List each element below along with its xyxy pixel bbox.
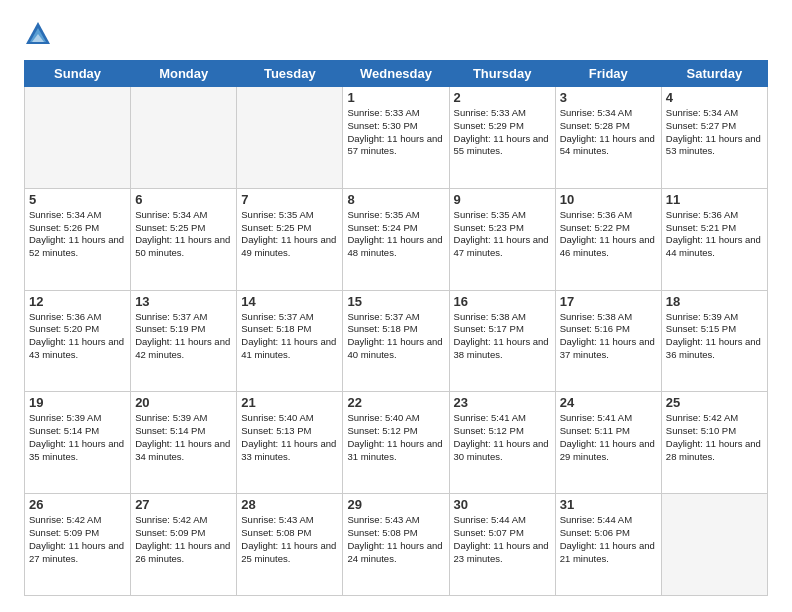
calendar-cell: 15Sunrise: 5:37 AM Sunset: 5:18 PM Dayli… xyxy=(343,290,449,392)
cell-info: Sunrise: 5:33 AM Sunset: 5:30 PM Dayligh… xyxy=(347,107,444,158)
day-number: 25 xyxy=(666,395,763,410)
calendar-cell: 25Sunrise: 5:42 AM Sunset: 5:10 PM Dayli… xyxy=(661,392,767,494)
calendar-cell: 24Sunrise: 5:41 AM Sunset: 5:11 PM Dayli… xyxy=(555,392,661,494)
day-number: 7 xyxy=(241,192,338,207)
calendar-cell: 30Sunrise: 5:44 AM Sunset: 5:07 PM Dayli… xyxy=(449,494,555,596)
day-number: 22 xyxy=(347,395,444,410)
calendar-cell: 6Sunrise: 5:34 AM Sunset: 5:25 PM Daylig… xyxy=(131,188,237,290)
week-row-5: 26Sunrise: 5:42 AM Sunset: 5:09 PM Dayli… xyxy=(25,494,768,596)
cell-info: Sunrise: 5:39 AM Sunset: 5:14 PM Dayligh… xyxy=(135,412,232,463)
day-header-sunday: Sunday xyxy=(25,61,131,87)
calendar-cell: 21Sunrise: 5:40 AM Sunset: 5:13 PM Dayli… xyxy=(237,392,343,494)
calendar-cell: 5Sunrise: 5:34 AM Sunset: 5:26 PM Daylig… xyxy=(25,188,131,290)
calendar-table: SundayMondayTuesdayWednesdayThursdayFrid… xyxy=(24,60,768,596)
cell-info: Sunrise: 5:43 AM Sunset: 5:08 PM Dayligh… xyxy=(241,514,338,565)
cell-info: Sunrise: 5:34 AM Sunset: 5:25 PM Dayligh… xyxy=(135,209,232,260)
calendar-cell xyxy=(237,87,343,189)
page: SundayMondayTuesdayWednesdayThursdayFrid… xyxy=(0,0,792,612)
week-row-1: 1Sunrise: 5:33 AM Sunset: 5:30 PM Daylig… xyxy=(25,87,768,189)
day-number: 9 xyxy=(454,192,551,207)
day-number: 18 xyxy=(666,294,763,309)
cell-info: Sunrise: 5:42 AM Sunset: 5:10 PM Dayligh… xyxy=(666,412,763,463)
calendar-cell: 22Sunrise: 5:40 AM Sunset: 5:12 PM Dayli… xyxy=(343,392,449,494)
day-number: 21 xyxy=(241,395,338,410)
week-row-4: 19Sunrise: 5:39 AM Sunset: 5:14 PM Dayli… xyxy=(25,392,768,494)
cell-info: Sunrise: 5:44 AM Sunset: 5:06 PM Dayligh… xyxy=(560,514,657,565)
day-header-saturday: Saturday xyxy=(661,61,767,87)
calendar-cell: 2Sunrise: 5:33 AM Sunset: 5:29 PM Daylig… xyxy=(449,87,555,189)
logo xyxy=(24,20,56,48)
cell-info: Sunrise: 5:44 AM Sunset: 5:07 PM Dayligh… xyxy=(454,514,551,565)
week-row-2: 5Sunrise: 5:34 AM Sunset: 5:26 PM Daylig… xyxy=(25,188,768,290)
day-number: 4 xyxy=(666,90,763,105)
cell-info: Sunrise: 5:38 AM Sunset: 5:17 PM Dayligh… xyxy=(454,311,551,362)
day-number: 26 xyxy=(29,497,126,512)
calendar-cell: 9Sunrise: 5:35 AM Sunset: 5:23 PM Daylig… xyxy=(449,188,555,290)
cell-info: Sunrise: 5:36 AM Sunset: 5:22 PM Dayligh… xyxy=(560,209,657,260)
day-number: 6 xyxy=(135,192,232,207)
cell-info: Sunrise: 5:34 AM Sunset: 5:26 PM Dayligh… xyxy=(29,209,126,260)
header xyxy=(24,20,768,48)
day-number: 20 xyxy=(135,395,232,410)
calendar-cell: 19Sunrise: 5:39 AM Sunset: 5:14 PM Dayli… xyxy=(25,392,131,494)
day-number: 23 xyxy=(454,395,551,410)
day-number: 16 xyxy=(454,294,551,309)
day-number: 8 xyxy=(347,192,444,207)
day-number: 11 xyxy=(666,192,763,207)
day-header-wednesday: Wednesday xyxy=(343,61,449,87)
calendar-cell: 18Sunrise: 5:39 AM Sunset: 5:15 PM Dayli… xyxy=(661,290,767,392)
day-number: 3 xyxy=(560,90,657,105)
calendar-cell: 14Sunrise: 5:37 AM Sunset: 5:18 PM Dayli… xyxy=(237,290,343,392)
day-number: 27 xyxy=(135,497,232,512)
calendar-cell: 28Sunrise: 5:43 AM Sunset: 5:08 PM Dayli… xyxy=(237,494,343,596)
calendar-cell: 11Sunrise: 5:36 AM Sunset: 5:21 PM Dayli… xyxy=(661,188,767,290)
calendar-cell: 12Sunrise: 5:36 AM Sunset: 5:20 PM Dayli… xyxy=(25,290,131,392)
calendar-cell xyxy=(25,87,131,189)
calendar-cell: 16Sunrise: 5:38 AM Sunset: 5:17 PM Dayli… xyxy=(449,290,555,392)
calendar-cell: 1Sunrise: 5:33 AM Sunset: 5:30 PM Daylig… xyxy=(343,87,449,189)
cell-info: Sunrise: 5:39 AM Sunset: 5:14 PM Dayligh… xyxy=(29,412,126,463)
calendar-cell: 8Sunrise: 5:35 AM Sunset: 5:24 PM Daylig… xyxy=(343,188,449,290)
day-number: 10 xyxy=(560,192,657,207)
day-header-friday: Friday xyxy=(555,61,661,87)
cell-info: Sunrise: 5:33 AM Sunset: 5:29 PM Dayligh… xyxy=(454,107,551,158)
cell-info: Sunrise: 5:40 AM Sunset: 5:13 PM Dayligh… xyxy=(241,412,338,463)
calendar-cell: 13Sunrise: 5:37 AM Sunset: 5:19 PM Dayli… xyxy=(131,290,237,392)
cell-info: Sunrise: 5:36 AM Sunset: 5:20 PM Dayligh… xyxy=(29,311,126,362)
cell-info: Sunrise: 5:36 AM Sunset: 5:21 PM Dayligh… xyxy=(666,209,763,260)
day-number: 31 xyxy=(560,497,657,512)
cell-info: Sunrise: 5:43 AM Sunset: 5:08 PM Dayligh… xyxy=(347,514,444,565)
day-number: 15 xyxy=(347,294,444,309)
day-number: 19 xyxy=(29,395,126,410)
calendar-cell: 23Sunrise: 5:41 AM Sunset: 5:12 PM Dayli… xyxy=(449,392,555,494)
cell-info: Sunrise: 5:41 AM Sunset: 5:11 PM Dayligh… xyxy=(560,412,657,463)
cell-info: Sunrise: 5:41 AM Sunset: 5:12 PM Dayligh… xyxy=(454,412,551,463)
day-number: 28 xyxy=(241,497,338,512)
cell-info: Sunrise: 5:42 AM Sunset: 5:09 PM Dayligh… xyxy=(29,514,126,565)
day-number: 13 xyxy=(135,294,232,309)
cell-info: Sunrise: 5:38 AM Sunset: 5:16 PM Dayligh… xyxy=(560,311,657,362)
cell-info: Sunrise: 5:40 AM Sunset: 5:12 PM Dayligh… xyxy=(347,412,444,463)
day-number: 30 xyxy=(454,497,551,512)
cell-info: Sunrise: 5:37 AM Sunset: 5:19 PM Dayligh… xyxy=(135,311,232,362)
calendar-cell: 27Sunrise: 5:42 AM Sunset: 5:09 PM Dayli… xyxy=(131,494,237,596)
day-number: 1 xyxy=(347,90,444,105)
calendar-cell: 4Sunrise: 5:34 AM Sunset: 5:27 PM Daylig… xyxy=(661,87,767,189)
cell-info: Sunrise: 5:42 AM Sunset: 5:09 PM Dayligh… xyxy=(135,514,232,565)
day-number: 29 xyxy=(347,497,444,512)
day-header-tuesday: Tuesday xyxy=(237,61,343,87)
day-number: 17 xyxy=(560,294,657,309)
day-number: 14 xyxy=(241,294,338,309)
cell-info: Sunrise: 5:37 AM Sunset: 5:18 PM Dayligh… xyxy=(347,311,444,362)
calendar-cell: 26Sunrise: 5:42 AM Sunset: 5:09 PM Dayli… xyxy=(25,494,131,596)
cell-info: Sunrise: 5:35 AM Sunset: 5:23 PM Dayligh… xyxy=(454,209,551,260)
calendar-cell: 29Sunrise: 5:43 AM Sunset: 5:08 PM Dayli… xyxy=(343,494,449,596)
cell-info: Sunrise: 5:34 AM Sunset: 5:27 PM Dayligh… xyxy=(666,107,763,158)
calendar-cell: 31Sunrise: 5:44 AM Sunset: 5:06 PM Dayli… xyxy=(555,494,661,596)
logo-icon xyxy=(24,20,52,48)
calendar-cell: 10Sunrise: 5:36 AM Sunset: 5:22 PM Dayli… xyxy=(555,188,661,290)
calendar-cell xyxy=(131,87,237,189)
cell-info: Sunrise: 5:35 AM Sunset: 5:24 PM Dayligh… xyxy=(347,209,444,260)
cell-info: Sunrise: 5:35 AM Sunset: 5:25 PM Dayligh… xyxy=(241,209,338,260)
day-header-monday: Monday xyxy=(131,61,237,87)
